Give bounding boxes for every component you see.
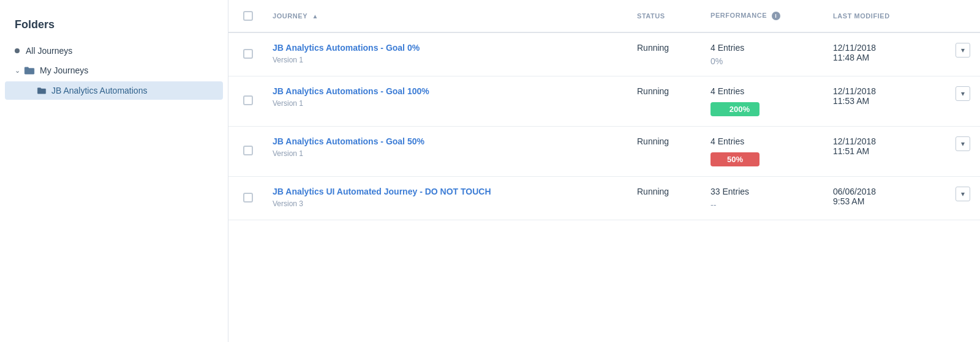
modified-time-3: 9:53 AM [833, 196, 936, 206]
sidebar: Folders All Journeys ⌄ My Journeys [0, 0, 228, 342]
all-journeys-label: All Journeys [26, 46, 72, 56]
modified-time-1: 11:53 AM [833, 96, 936, 106]
modified-time-2: 11:51 AM [833, 146, 936, 156]
column-header-action [946, 0, 980, 32]
row-performance-cell: 4 Entries50% [701, 127, 823, 177]
row-performance-cell: 4 Entries0% [701, 32, 823, 76]
row-action-button-3[interactable]: ▾ [956, 187, 970, 201]
row-checkbox-2[interactable] [243, 146, 253, 155]
row-action-button-0[interactable]: ▾ [956, 43, 970, 58]
journey-version-0: Version 1 [273, 56, 303, 64]
performance-entries-0: 4 Entries [710, 43, 813, 53]
journey-version-1: Version 1 [273, 99, 303, 108]
sort-icon: ▲ [312, 13, 318, 20]
performance-bar-1: 200% [710, 102, 760, 116]
bullet-icon [15, 48, 20, 53]
row-action-cell: ▾ [946, 32, 980, 76]
row-action-cell: ▾ [946, 76, 980, 127]
row-status-cell: Running [627, 76, 701, 127]
sidebar-item-jb-analytics-automations[interactable]: JB Analytics Automations [5, 81, 223, 100]
row-checkbox-cell [228, 32, 263, 76]
row-modified-cell: 06/06/2018 9:53 AM [823, 177, 946, 220]
row-action-button-1[interactable]: ▾ [956, 86, 970, 101]
row-modified-cell: 12/11/2018 11:51 AM [823, 127, 946, 177]
main-content: JOURNEY ▲ STATUS PERFORMANCE i LAST MODI… [228, 0, 980, 342]
row-modified-cell: 12/11/2018 11:53 AM [823, 76, 946, 127]
table-row: JB Analytics Automations - Goal 50% Vers… [228, 127, 980, 177]
sidebar-item-my-journeys[interactable]: ⌄ My Journeys [0, 61, 228, 80]
modified-date-0: 12/11/2018 [833, 43, 936, 53]
my-journeys-label: My Journeys [40, 65, 88, 75]
table-row: JB Analytics Automations - Goal 0% Versi… [228, 32, 980, 76]
row-journey-cell: JB Analytics Automations - Goal 50% Vers… [263, 127, 627, 177]
column-header-performance: PERFORMANCE i [701, 0, 823, 32]
row-performance-cell: 33 Entries-- [701, 177, 823, 220]
last-modified-column-label: LAST MODIFIED [833, 12, 890, 20]
journey-link-2[interactable]: JB Analytics Automations - Goal 50% [273, 136, 617, 146]
performance-value-3: -- [710, 200, 813, 210]
select-all-checkbox[interactable] [243, 11, 253, 21]
table-header-row: JOURNEY ▲ STATUS PERFORMANCE i LAST MODI… [228, 0, 980, 32]
performance-value-0: 0% [710, 56, 813, 66]
row-status-cell: Running [627, 32, 701, 76]
performance-entries-2: 4 Entries [710, 136, 813, 146]
row-action-cell: ▾ [946, 127, 980, 177]
folder-icon [24, 66, 35, 75]
row-journey-cell: JB Analytics Automations - Goal 0% Versi… [263, 32, 627, 76]
row-checkbox-0[interactable] [243, 49, 253, 59]
subfolder-label: JB Analytics Automations [51, 86, 147, 95]
column-header-last-modified: LAST MODIFIED [823, 0, 946, 32]
column-header-journey[interactable]: JOURNEY ▲ [263, 0, 627, 32]
row-checkbox-cell [228, 76, 263, 127]
journey-version-2: Version 1 [273, 149, 303, 158]
journey-version-3: Version 3 [273, 199, 303, 208]
performance-bar-2: 50% [710, 152, 760, 166]
performance-info-icon[interactable]: i [772, 12, 780, 20]
status-value-1: Running [637, 86, 669, 96]
row-action-cell: ▾ [946, 177, 980, 220]
table-row: JB Analytics UI Automated Journey - DO N… [228, 177, 980, 220]
journey-link-1[interactable]: JB Analytics Automations - Goal 100% [273, 86, 617, 96]
sidebar-item-all-journeys[interactable]: All Journeys [0, 41, 228, 61]
row-performance-cell: 4 Entries200% [701, 76, 823, 127]
journey-column-label: JOURNEY [273, 12, 307, 20]
row-status-cell: Running [627, 127, 701, 177]
status-value-3: Running [637, 187, 669, 196]
modified-date-3: 06/06/2018 [833, 187, 936, 196]
row-checkbox-1[interactable] [243, 95, 253, 105]
chevron-down-icon: ⌄ [15, 67, 20, 75]
performance-entries-3: 33 Entries [710, 187, 813, 196]
performance-entries-1: 4 Entries [710, 86, 813, 96]
modified-date-1: 12/11/2018 [833, 86, 936, 96]
sidebar-nav: All Journeys ⌄ My Journeys JB Analytics … [0, 41, 228, 100]
table-row: JB Analytics Automations - Goal 100% Ver… [228, 76, 980, 127]
status-value-2: Running [637, 136, 669, 146]
row-journey-cell: JB Analytics Automations - Goal 100% Ver… [263, 76, 627, 127]
subfolder-folder-icon [37, 87, 47, 94]
row-checkbox-cell [228, 127, 263, 177]
journey-link-3[interactable]: JB Analytics UI Automated Journey - DO N… [273, 187, 617, 196]
modified-date-2: 12/11/2018 [833, 136, 936, 146]
row-modified-cell: 12/11/2018 11:48 AM [823, 32, 946, 76]
row-status-cell: Running [627, 177, 701, 220]
column-header-status: STATUS [627, 0, 701, 32]
journeys-table: JOURNEY ▲ STATUS PERFORMANCE i LAST MODI… [228, 0, 980, 220]
header-checkbox-cell [228, 0, 263, 32]
row-checkbox-3[interactable] [243, 193, 253, 203]
status-column-label: STATUS [637, 12, 665, 20]
row-action-button-2[interactable]: ▾ [956, 136, 970, 151]
status-value-0: Running [637, 43, 669, 53]
row-journey-cell: JB Analytics UI Automated Journey - DO N… [263, 177, 627, 220]
modified-time-0: 11:48 AM [833, 53, 936, 62]
sidebar-title: Folders [0, 12, 228, 41]
row-checkbox-cell [228, 177, 263, 220]
performance-column-label: PERFORMANCE [710, 12, 767, 19]
journey-link-0[interactable]: JB Analytics Automations - Goal 0% [273, 43, 617, 53]
